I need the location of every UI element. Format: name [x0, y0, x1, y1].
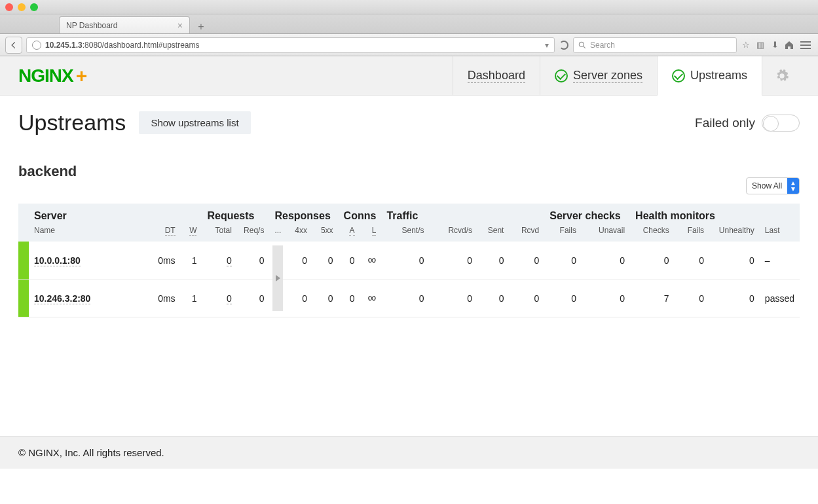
cell-5xx: 0 — [312, 279, 339, 317]
cell-last: passed — [760, 279, 800, 317]
home-icon[interactable] — [784, 40, 794, 50]
downloads-icon[interactable]: ⬇ — [770, 40, 780, 50]
search-icon — [578, 41, 587, 50]
col-4xx: 4xx — [286, 223, 312, 242]
browser-search-input[interactable]: Search — [573, 37, 737, 53]
cell-l: ∞ — [360, 242, 382, 279]
cell-unavail: 0 — [582, 242, 630, 279]
cell-last: – — [760, 242, 800, 279]
cell-dt: 0ms — [149, 242, 181, 279]
url-host: 10.245.1.3 — [45, 41, 83, 50]
updown-arrows-icon: ▲▼ — [787, 178, 799, 194]
col-fails: Fails — [544, 223, 582, 242]
col-w: W — [181, 223, 202, 242]
minimize-window-icon[interactable] — [18, 3, 26, 11]
nav-server-zones[interactable]: Server zones — [540, 56, 657, 96]
cell-a: 0 — [339, 279, 360, 317]
browser-tabstrip: NP Dashboard × + — [0, 14, 818, 34]
col-sent: Sent — [477, 223, 509, 242]
cell-sent: 0 — [477, 242, 509, 279]
cell-dt: 0ms — [149, 279, 181, 317]
col-dt: DT — [149, 223, 181, 242]
col-unavail: Unavail — [582, 223, 630, 242]
cell-a: 0 — [339, 242, 360, 279]
nginx-logo: NGINX+ — [18, 65, 86, 87]
reload-icon — [559, 41, 568, 50]
cell-rcvd: 0 — [509, 242, 544, 279]
show-upstreams-list-button[interactable]: Show upstreams list — [139, 111, 250, 134]
col-5xx: 5xx — [312, 223, 339, 242]
page-title: Upstreams — [18, 110, 126, 135]
window-titlebar — [0, 0, 818, 14]
nav-upstreams[interactable]: Upstreams — [657, 56, 762, 96]
nav-upstreams-label: Upstreams — [690, 69, 747, 82]
upstream-group-name: backend — [18, 163, 800, 180]
table-row[interactable]: 10.246.3.2:800ms100000∞000000700passed — [18, 279, 800, 317]
col-hfails: Fails — [675, 223, 709, 242]
browser-menu-button[interactable] — [798, 38, 813, 52]
url-path: :8080/dashboard.html#upstreams — [83, 41, 200, 50]
top-navigation: Dashboard Server zones Upstreams — [453, 56, 801, 96]
colgroup-traffic: Traffic — [381, 204, 544, 223]
settings-button[interactable] — [762, 56, 801, 96]
col-total: Total — [202, 223, 236, 242]
cell-hfails: 0 — [675, 242, 709, 279]
show-all-dropdown[interactable]: Show All ▲▼ — [746, 177, 800, 194]
browser-tab[interactable]: NP Dashboard × — [59, 16, 190, 33]
back-button[interactable] — [5, 37, 22, 54]
bookmark-star-icon[interactable]: ☆ — [741, 40, 751, 50]
svg-line-1 — [584, 46, 586, 48]
cell-5xx: 0 — [312, 242, 339, 279]
show-all-label: Show All — [747, 179, 787, 193]
table-row[interactable]: 10.0.0.1:800ms100000∞000000000– — [18, 242, 800, 279]
nav-dashboard[interactable]: Dashboard — [453, 56, 540, 96]
nav-dashboard-label: Dashboard — [468, 69, 525, 83]
col-a: A — [339, 223, 360, 242]
url-dropdown-icon[interactable]: ▾ — [545, 41, 549, 50]
browser-tab-title: NP Dashboard — [66, 21, 118, 30]
cell-l: ∞ — [360, 279, 382, 317]
cell-fails: 0 — [544, 242, 582, 279]
cell-unhealthy: 0 — [709, 242, 760, 279]
col-dots: ... — [269, 223, 286, 242]
cell-total: 0 — [202, 242, 236, 279]
app-header: NGINX+ Dashboard Server zones Upstreams — [0, 56, 818, 96]
svg-point-0 — [579, 42, 584, 46]
cell-checks: 7 — [630, 279, 675, 317]
colgroup-conns: Conns — [339, 204, 382, 223]
address-bar[interactable]: 10.245.1.3:8080/dashboard.html#upstreams… — [26, 37, 555, 53]
column-expand-handle[interactable] — [272, 245, 283, 311]
upstreams-table: Server Requests Responses Conns Traffic … — [18, 204, 800, 317]
cell-checks: 0 — [630, 242, 675, 279]
close-tab-icon[interactable]: × — [177, 20, 183, 31]
failed-only-toggle[interactable] — [762, 115, 800, 132]
cell-sents: 0 — [381, 279, 429, 317]
close-window-icon[interactable] — [5, 3, 13, 11]
check-circle-icon — [555, 69, 568, 82]
col-checks: Checks — [630, 223, 675, 242]
col-name: Name — [29, 223, 149, 242]
cell-server: 10.246.3.2:80 — [29, 279, 149, 317]
zoom-window-icon[interactable] — [30, 3, 38, 11]
reload-button[interactable] — [559, 41, 569, 50]
cell-rcvd: 0 — [509, 279, 544, 317]
new-tab-button[interactable]: + — [194, 20, 208, 33]
col-rcvds: Rcvd/s — [430, 223, 478, 242]
reading-list-icon[interactable]: ▥ — [755, 40, 766, 50]
col-unhealthy: Unhealthy — [709, 223, 760, 242]
col-reqs: Req/s — [237, 223, 270, 242]
colgroup-health-monitors: Health monitors — [630, 204, 800, 223]
cell-sent: 0 — [477, 279, 509, 317]
check-circle-icon — [672, 69, 685, 82]
cell-unavail: 0 — [582, 279, 630, 317]
cell-4xx: 0 — [286, 242, 312, 279]
failed-only-label: Failed only — [695, 116, 755, 130]
cell-hfails: 0 — [675, 279, 709, 317]
cell-reqs: 0 — [237, 279, 270, 317]
cell-rcvds: 0 — [430, 279, 478, 317]
col-l: L — [360, 223, 382, 242]
col-sents: Sent/s — [381, 223, 429, 242]
cell-rcvds: 0 — [430, 242, 478, 279]
cell-4xx: 0 — [286, 279, 312, 317]
browser-toolbar: 10.245.1.3:8080/dashboard.html#upstreams… — [0, 34, 818, 56]
